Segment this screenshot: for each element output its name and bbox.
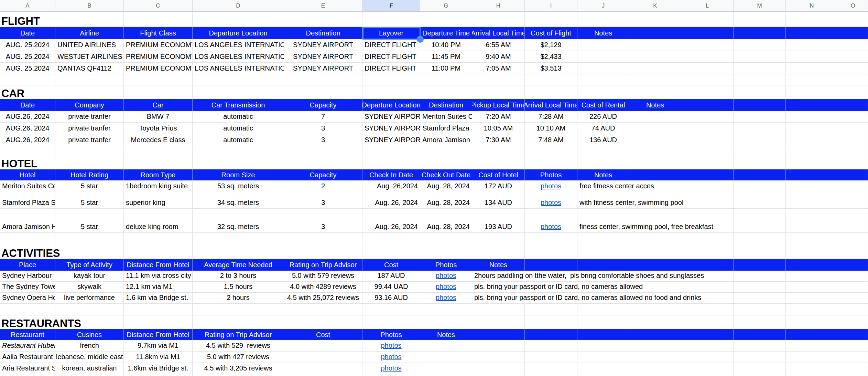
cell-car-r3-F[interactable]: SYDNEY AIRPORT — [362, 134, 420, 146]
header-cell-flight-L[interactable] — [681, 27, 734, 39]
cell[interactable] — [193, 12, 284, 27]
cell-flight-r3-A[interactable]: AUG. 25.2024 — [0, 63, 55, 74]
cell-activities-r3-F[interactable]: 93.16 AUD — [362, 293, 420, 304]
cell[interactable] — [681, 315, 734, 329]
cell[interactable] — [362, 304, 420, 315]
cell[interactable] — [734, 146, 786, 157]
cell-car-r1-G[interactable]: Meriton Suites Ce — [420, 111, 472, 123]
cell-restaurants-r3-N[interactable] — [786, 363, 838, 374]
cell[interactable] — [55, 146, 124, 157]
cell-hotel-r2-C[interactable]: superior king — [124, 192, 193, 209]
cell[interactable] — [420, 304, 472, 315]
cell[interactable] — [734, 374, 786, 376]
column-header-H[interactable]: H — [472, 0, 525, 12]
cell[interactable] — [362, 146, 420, 157]
header-cell-restaurants-B[interactable]: Cusines — [55, 329, 124, 340]
cell-restaurants-r3-D[interactable]: 4.5 with 3,205 reviews — [193, 363, 284, 374]
cell-flight-r1-J[interactable] — [577, 39, 629, 51]
cell[interactable] — [124, 304, 193, 315]
cell[interactable] — [284, 245, 362, 259]
cell-restaurants-r3-E[interactable] — [284, 363, 362, 374]
cell-car-r3-D[interactable]: automatic — [193, 134, 284, 146]
cell[interactable] — [786, 304, 838, 315]
cell[interactable] — [838, 146, 868, 157]
cell-restaurants-r2-E[interactable] — [284, 352, 362, 363]
header-cell-car-E[interactable]: Capacity — [284, 99, 362, 111]
cell-flight-r2-E[interactable]: SYDNEY AIRPORT — [284, 51, 362, 63]
cell-flight-r2-L[interactable] — [681, 51, 734, 63]
cell-hotel-r1-N[interactable] — [786, 180, 838, 192]
cell[interactable] — [734, 233, 786, 245]
cell[interactable] — [193, 315, 284, 329]
cell[interactable] — [420, 245, 472, 259]
cell-restaurants-r1-E[interactable] — [284, 340, 362, 352]
cell-flight-r2-N[interactable] — [786, 51, 838, 63]
cell-flight-r1-I[interactable]: $2,129 — [525, 39, 577, 51]
cell-car-r2-N[interactable] — [786, 123, 838, 134]
cell-car-r2-E[interactable]: 3 — [284, 123, 362, 134]
cell-flight-r1-A[interactable]: AUG. 25.2024 — [0, 39, 55, 51]
header-cell-car-F[interactable]: Departure Location — [362, 99, 420, 111]
header-cell-flight-O[interactable] — [838, 27, 868, 39]
column-header-C[interactable]: C — [124, 0, 193, 12]
cell-restaurants-r1-M[interactable] — [734, 340, 786, 352]
cell-activities-r1-C[interactable]: 11.1 km via cross city — [124, 271, 193, 282]
cell-car-r2-L[interactable] — [681, 123, 734, 134]
photos-link[interactable]: photos — [381, 353, 401, 361]
cell[interactable] — [838, 304, 868, 315]
header-cell-activities-C[interactable]: Distance From Hotel — [124, 259, 193, 271]
cell-car-r3-J[interactable]: 136 AUD — [577, 134, 629, 146]
header-cell-flight-F[interactable]: Layover — [362, 27, 420, 39]
cell-hotel-r2-B[interactable]: 5 star — [55, 192, 124, 209]
photos-link[interactable]: photos — [541, 222, 561, 231]
section-title-flight[interactable]: FLIGHT — [0, 12, 124, 27]
cell-restaurants-r1-C[interactable]: 9.7km via M1 — [124, 340, 193, 352]
header-cell-activities-G[interactable]: Photos — [420, 259, 472, 271]
header-cell-car-K[interactable]: Notes — [629, 99, 681, 111]
cell[interactable] — [681, 12, 734, 27]
cell-activities-r1-G[interactable]: photos — [420, 271, 472, 282]
cell[interactable] — [472, 304, 525, 315]
header-cell-hotel-L[interactable] — [681, 169, 734, 180]
cell-restaurants-r2-H[interactable] — [472, 352, 525, 363]
cell[interactable] — [0, 304, 55, 315]
cell[interactable] — [420, 233, 472, 245]
cell[interactable] — [124, 157, 193, 169]
column-header-O[interactable]: O — [838, 0, 868, 12]
header-cell-restaurants-J[interactable] — [577, 329, 629, 340]
cell-flight-r3-K[interactable] — [629, 63, 681, 74]
header-cell-restaurants-G[interactable]: Notes — [420, 329, 472, 340]
cell[interactable] — [420, 12, 472, 27]
cell[interactable] — [124, 12, 193, 27]
photos-link[interactable]: photos — [381, 341, 401, 349]
header-cell-car-I[interactable]: Arrival Local Time — [525, 99, 577, 111]
cell-flight-r1-E[interactable]: SYDNEY AIRPORT — [284, 39, 362, 51]
cell-activities-r3-O[interactable] — [838, 293, 868, 304]
cell-restaurants-r2-K[interactable] — [629, 352, 681, 363]
header-cell-car-G[interactable]: Destination — [420, 99, 472, 111]
cell-flight-r1-F[interactable]: DIRECT FLIGHT — [362, 39, 420, 51]
header-cell-activities-E[interactable]: Rating on Trip Advisor — [284, 259, 362, 271]
header-cell-activities-O[interactable] — [838, 259, 868, 271]
cell-restaurants-r3-O[interactable] — [838, 363, 868, 374]
header-cell-activities-F[interactable]: Cost — [362, 259, 420, 271]
cell-hotel-r3-J[interactable]: finess center, swimming pool, free break… — [577, 209, 734, 233]
cell[interactable] — [525, 157, 577, 169]
cell[interactable] — [124, 233, 193, 245]
cell[interactable] — [362, 315, 420, 329]
cell-car-r2-I[interactable]: 10:10 AM — [525, 123, 577, 134]
cell-hotel-r1-L[interactable] — [681, 180, 734, 192]
cell-car-r3-G[interactable]: Amora Jamison Ho — [420, 134, 472, 146]
cell-activities-r2-L[interactable] — [681, 282, 734, 293]
header-cell-activities-J[interactable] — [577, 259, 629, 271]
cell-activities-r2-B[interactable]: skywalk — [55, 282, 124, 293]
cell-car-r2-K[interactable] — [629, 123, 681, 134]
cell-flight-r2-I[interactable]: $2,433 — [525, 51, 577, 63]
cell-activities-r3-G[interactable]: photos — [420, 293, 472, 304]
cell-hotel-r1-F[interactable]: Aug. 26,2024 — [362, 180, 420, 192]
cell[interactable] — [629, 315, 681, 329]
column-header-F[interactable]: F — [362, 0, 420, 12]
cell-restaurants-r3-L[interactable] — [681, 363, 734, 374]
column-header-J[interactable]: J — [577, 0, 629, 12]
header-cell-activities-I[interactable] — [525, 259, 577, 271]
